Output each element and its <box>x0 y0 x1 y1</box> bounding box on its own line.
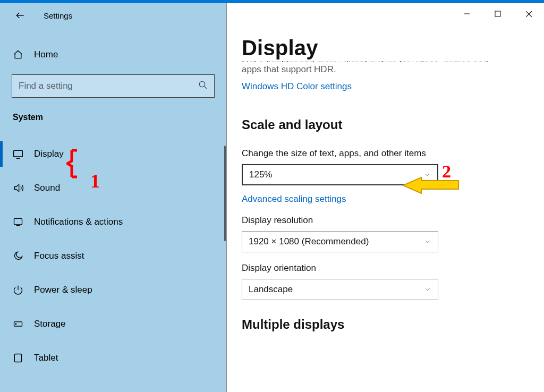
search-container <box>0 74 226 98</box>
storage-icon <box>13 319 23 329</box>
window-maximize-button[interactable] <box>482 3 513 24</box>
sound-icon <box>13 183 23 193</box>
resolution-combo[interactable]: 1920 × 1080 (Recommended) <box>242 231 438 252</box>
window-controls <box>452 3 544 24</box>
orientation-value: Landscape <box>249 284 293 295</box>
chevron-down-icon <box>424 285 431 296</box>
back-button[interactable] <box>10 5 31 26</box>
sidebar-nav: Display Sound Notifications & actions Fo… <box>0 137 226 375</box>
scale-combo[interactable]: 125% <box>242 164 438 185</box>
sidebar-item-label: Focus assist <box>34 251 84 261</box>
search-field[interactable] <box>12 74 215 98</box>
maximize-icon <box>495 11 501 17</box>
home-icon <box>13 49 23 60</box>
close-icon <box>525 11 532 18</box>
sidebar-item-label: Power & sleep <box>34 285 92 295</box>
home-label: Home <box>34 49 58 60</box>
sidebar-item-focus-assist[interactable]: Focus assist <box>0 239 226 273</box>
display-icon <box>13 149 23 159</box>
sidebar-item-label: Storage <box>34 319 66 329</box>
sidebar-item-power-sleep[interactable]: Power & sleep <box>0 273 226 307</box>
sidebar-item-sound[interactable]: Sound <box>0 171 226 205</box>
moon-icon <box>13 251 23 261</box>
scale-label: Change the size of text, apps, and other… <box>242 148 529 159</box>
hdr-blurb: apps that support HDR. <box>242 64 529 75</box>
sidebar-item-label: Notifications & actions <box>34 217 123 227</box>
sidebar-item-storage[interactable]: Storage <box>0 307 226 341</box>
chevron-down-icon <box>423 171 431 181</box>
back-arrow-icon <box>15 10 26 21</box>
window-close-button[interactable] <box>513 3 544 24</box>
hdr-settings-link[interactable]: Windows HD Color settings <box>242 81 352 92</box>
svg-rect-1 <box>14 150 23 157</box>
sidebar-item-display[interactable]: Display <box>0 137 226 171</box>
orientation-label: Display orientation <box>242 263 529 274</box>
search-input[interactable] <box>19 81 198 91</box>
sidebar-item-home[interactable]: Home <box>0 42 226 67</box>
page-title: Display <box>242 36 529 60</box>
section-multiple-displays: Multiple displays <box>242 317 529 332</box>
resolution-value: 1920 × 1080 (Recommended) <box>249 236 369 247</box>
sidebar-item-notifications[interactable]: Notifications & actions <box>0 205 226 239</box>
svg-point-0 <box>199 81 205 87</box>
tablet-icon <box>13 353 23 363</box>
sidebar-item-label: Display <box>34 149 64 159</box>
section-scale-layout: Scale and layout <box>242 117 529 132</box>
svg-rect-6 <box>495 11 500 16</box>
sidebar-item-tablet[interactable]: Tablet <box>0 341 226 375</box>
chevron-down-icon <box>424 237 431 248</box>
settings-window: Settings Home System Display <box>0 3 544 392</box>
orientation-combo[interactable]: Landscape <box>242 279 438 300</box>
app-title: Settings <box>44 11 72 20</box>
sidebar-item-label: Sound <box>34 183 60 193</box>
sidebar-header: Settings <box>0 3 226 28</box>
main-content: Display Get a brighter and more vibrant … <box>227 3 544 392</box>
minimize-icon <box>464 11 470 17</box>
sidebar-scrollbar[interactable] <box>224 146 226 241</box>
resolution-label: Display resolution <box>242 215 529 226</box>
window-minimize-button[interactable] <box>452 3 482 24</box>
sidebar-item-label: Tablet <box>34 353 58 363</box>
advanced-scaling-link[interactable]: Advanced scaling settings <box>242 194 346 204</box>
svg-point-4 <box>15 323 16 325</box>
scale-value: 125% <box>249 169 272 180</box>
notifications-icon <box>13 217 23 227</box>
search-icon <box>198 80 208 92</box>
sidebar-category: System <box>0 113 226 122</box>
power-icon <box>13 285 23 295</box>
sidebar: Settings Home System Display <box>0 3 227 392</box>
svg-rect-2 <box>14 218 22 225</box>
